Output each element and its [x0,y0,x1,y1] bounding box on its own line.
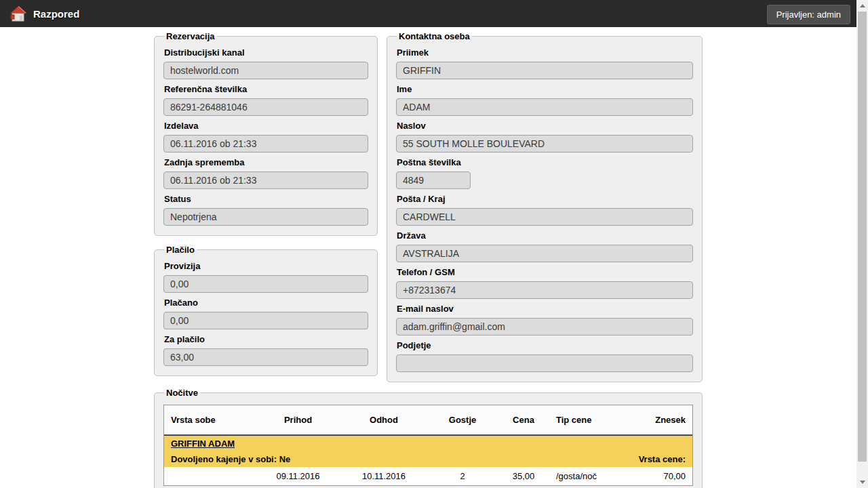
nights-fieldset: Nočitve Vrsta sobe Prihod Odhod Gostje C… [154,388,703,488]
reservation-fieldset: Rezervacija Distribucijski kanal Referen… [154,31,378,236]
reference-number-input[interactable] [163,98,368,116]
field-status: Status [163,194,368,226]
night-price: 35,00 [498,467,549,485]
field-country: Država [396,230,693,262]
address-input[interactable] [396,135,693,152]
postal-code-input[interactable] [396,171,471,189]
field-to-pay: Za plačilo [163,334,368,366]
night-row: 09.11.2016 10.11.2016 2 35,00 /gosta/noč… [164,467,692,485]
app-title: Razpored [33,8,79,20]
payment-fieldset: Plačilo Provizija Plačano Za plačilo [154,245,378,376]
nights-legend: Nočitve [164,388,200,398]
scroll-down-button[interactable] [856,476,868,488]
to-pay-input[interactable] [163,348,368,366]
email-label: E-mail naslov [397,304,693,314]
field-address: Naslov [396,121,693,152]
col-price: Cena [498,405,549,435]
address-label: Naslov [397,121,693,131]
nights-section: Nočitve Vrsta sobe Prihod Odhod Gostje C… [154,388,703,488]
phone-label: Telefon / GSM [397,267,693,277]
field-distribution-channel: Distribucijski kanal [163,47,368,79]
col-guests: Gostje [427,405,498,435]
commission-input[interactable] [163,275,368,293]
last-name-label: Priimek [397,47,693,58]
company-input[interactable] [396,354,693,372]
field-reference-number: Referenčna številka [163,84,368,116]
nights-header-row: Vrsta sobe Prihod Odhod Gostje Cena Tip … [164,405,692,435]
field-paid: Plačano [163,298,368,329]
night-room-type [164,467,256,485]
house-icon [9,5,27,22]
paid-label: Plačano [164,298,368,308]
reservation-legend: Rezervacija [164,31,217,41]
vertical-scrollbar[interactable] [856,0,868,488]
first-name-label: Ime [397,84,693,94]
scroll-down-icon [860,481,865,484]
guest-name-link[interactable]: GRIFFIN ADAM [171,439,235,449]
created-input[interactable] [163,135,368,152]
night-departure: 10.11.2016 [340,467,427,485]
guest-group-row: GRIFFIN ADAM [164,435,692,451]
city-label: Pošta / Kraj [397,194,693,204]
last-name-input[interactable] [396,62,693,79]
postal-code-label: Poštna številka [397,157,693,167]
scroll-up-button[interactable] [856,0,868,12]
paid-input[interactable] [163,312,368,329]
right-column: Kontaktna oseba Priimek Ime Naslov Poštn… [387,31,703,391]
distribution-channel-label: Distribucijski kanal [164,47,368,58]
nights-table-container: Vrsta sobe Prihod Odhod Gostje Cena Tip … [163,405,693,486]
price-type-label: Vrsta cene: [624,451,692,467]
reference-number-label: Referenčna številka [164,84,368,94]
to-pay-label: Za plačilo [164,334,368,344]
email-input[interactable] [396,318,693,336]
smoking-note: Dovoljeno kajenje v sobi: Ne [164,451,624,467]
country-input[interactable] [396,245,693,262]
col-departure: Odhod [340,405,427,435]
field-city: Pošta / Kraj [396,194,693,226]
first-name-input[interactable] [396,98,693,116]
contact-legend: Kontaktna oseba [397,31,472,41]
left-column: Rezervacija Distribucijski kanal Referen… [154,31,378,385]
payment-legend: Plačilo [164,245,197,255]
field-email: E-mail naslov [396,304,693,336]
field-last-change: Zadnja sprememba [163,157,368,189]
city-input[interactable] [396,208,693,226]
night-guests: 2 [427,467,498,485]
company-label: Podjetje [397,340,693,350]
commission-label: Provizija [164,261,368,271]
field-last-name: Priimek [396,47,693,79]
col-room-type: Vrsta sobe [164,405,256,435]
nights-table: Vrsta sobe Prihod Odhod Gostje Cena Tip … [164,405,692,485]
distribution-channel-input[interactable] [163,62,368,79]
last-change-label: Zadnja sprememba [164,157,368,167]
col-amount: Znesek [624,405,692,435]
status-label: Status [164,194,368,204]
night-amount: 70,00 [624,467,692,485]
field-first-name: Ime [396,84,693,116]
field-commission: Provizija [163,261,368,293]
scroll-up-icon [860,4,865,7]
col-arrival: Prihod [256,405,340,435]
scrollbar-thumb[interactable] [858,12,867,462]
field-company: Podjetje [396,340,693,372]
night-price-type: /gosta/noč [549,467,624,485]
field-postal-code: Poštna številka [396,157,693,189]
field-created: Izdelava [163,121,368,152]
phone-input[interactable] [396,281,693,299]
field-phone: Telefon / GSM [396,267,693,299]
app-header: Razpored Prijavljen: admin [0,0,868,27]
status-input[interactable] [163,208,368,226]
guest-group-subrow: Dovoljeno kajenje v sobi: Ne Vrsta cene: [164,451,692,467]
night-arrival: 09.11.2016 [256,467,340,485]
created-label: Izdelava [164,121,368,131]
col-price-type: Tip cene [549,405,624,435]
contact-fieldset: Kontaktna oseba Priimek Ime Naslov Poštn… [387,31,703,382]
logged-in-button[interactable]: Prijavljen: admin [767,5,850,24]
country-label: Država [397,230,693,241]
last-change-input[interactable] [163,171,368,189]
